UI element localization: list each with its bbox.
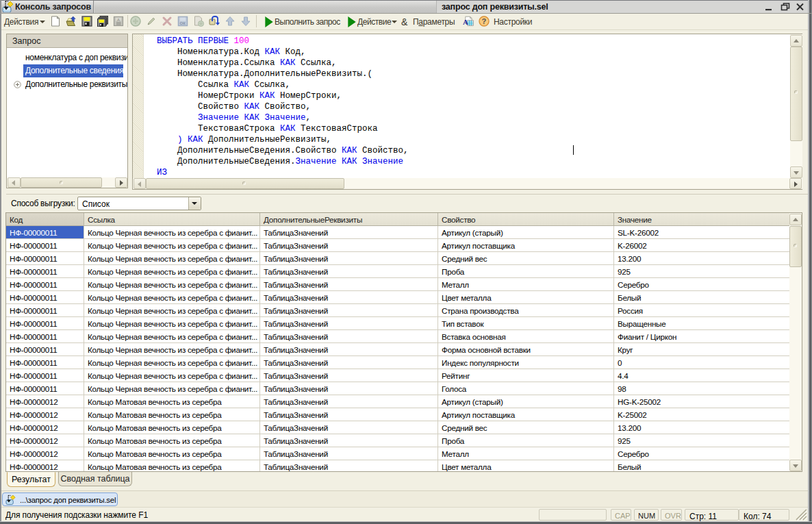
svg-text:?: ? [482,17,487,25]
svg-text:А: А [463,18,468,26]
svg-text:ОК: ОК [180,21,186,25]
svg-text:A: A [117,18,120,22]
